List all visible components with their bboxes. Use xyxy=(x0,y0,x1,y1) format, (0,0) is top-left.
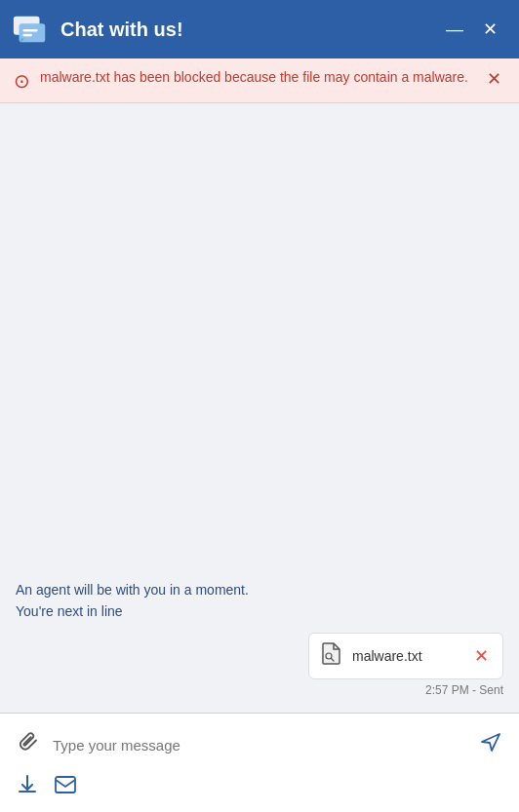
footer-icons xyxy=(14,774,505,800)
minimize-button[interactable]: — xyxy=(436,17,473,42)
svg-rect-4 xyxy=(22,34,32,36)
chat-spacer xyxy=(16,119,503,582)
file-icon xyxy=(321,641,342,671)
send-button[interactable] xyxy=(476,727,505,762)
warning-close-button[interactable]: ✕ xyxy=(483,68,505,90)
file-name: malware.txt xyxy=(352,648,462,664)
message-timestamp: 2:57 PM - Sent xyxy=(16,683,503,697)
window-title: Chat with us! xyxy=(60,19,436,41)
chat-area: An agent will be with you in a moment. Y… xyxy=(0,103,519,713)
title-bar: Chat with us! — ✕ xyxy=(0,0,519,58)
chat-icon xyxy=(12,11,49,48)
input-row xyxy=(14,725,505,764)
message-input[interactable] xyxy=(53,737,466,754)
svg-rect-7 xyxy=(56,777,75,793)
svg-rect-3 xyxy=(22,29,37,31)
warning-bar: ⊙ malware.txt has been blocked because t… xyxy=(0,58,519,103)
close-button[interactable]: ✕ xyxy=(473,17,507,42)
file-bubble: malware.txt ✕ xyxy=(308,633,503,679)
attach-button[interactable] xyxy=(14,725,43,764)
queue-message: You're next in line xyxy=(16,603,503,619)
agent-message: An agent will be with you in a moment. xyxy=(16,582,503,598)
warning-icon: ⊙ xyxy=(14,69,30,93)
warning-message: malware.txt has been blocked because the… xyxy=(40,68,473,88)
download-button[interactable] xyxy=(18,774,37,800)
file-remove-button[interactable]: ✕ xyxy=(472,645,491,667)
file-bubble-wrapper: malware.txt ✕ xyxy=(16,633,503,679)
email-button[interactable] xyxy=(55,776,76,798)
input-area xyxy=(0,713,519,812)
